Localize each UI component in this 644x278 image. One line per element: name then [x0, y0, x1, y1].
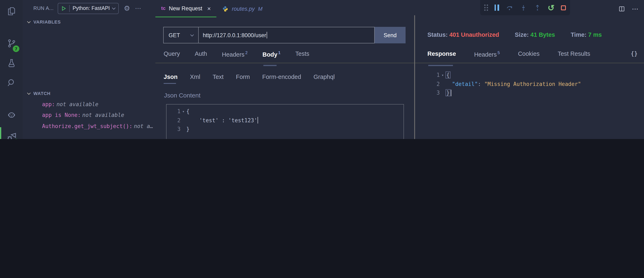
tab-response[interactable]: Response: [428, 50, 456, 61]
run-and-debug-title: RUN A...: [34, 5, 54, 11]
debug-toolbar-row: RUN A... Python: FastAPI ⚙ ⋯: [23, 0, 156, 17]
json-content-label: Json Content: [164, 92, 200, 99]
code-line: 2 "detail": "Missing Authorization Heade…: [426, 79, 581, 88]
size-value: 41 Bytes: [530, 31, 555, 38]
tab-cookies[interactable]: Cookies: [518, 50, 540, 61]
debug-sidebar: RUN A... Python: FastAPI ⚙ ⋯ VARIABLES W…: [23, 0, 156, 139]
python-file-icon: [222, 6, 228, 12]
raw-json-icon[interactable]: {}: [630, 50, 638, 57]
tab-auth[interactable]: Auth: [195, 50, 207, 61]
text-caret: [258, 117, 258, 124]
code-line: 2 'test' : 'test123': [166, 116, 404, 125]
request-tabs: Query Auth Headers2 Body1 Tests: [164, 50, 309, 61]
tab-new-request[interactable]: tc New Request ×: [156, 0, 216, 17]
code-line: 3}: [426, 88, 581, 97]
tab-test-results[interactable]: Test Results: [558, 50, 590, 61]
request-bar: GET http://127.0.0.1:8000/user Send: [163, 27, 406, 43]
method-select[interactable]: GET: [163, 27, 198, 43]
watch-expression[interactable]: app is None: not available: [42, 112, 124, 118]
debug-more-actions-icon[interactable]: ⋯: [135, 5, 142, 12]
search-icon[interactable]: [0, 73, 23, 92]
response-status-row: Status: 401 Unauthorized Size: 41 Bytes …: [428, 31, 602, 38]
tab-text[interactable]: Text: [213, 74, 224, 80]
debug-settings-gear-icon[interactable]: ⚙: [124, 5, 130, 12]
watch-expression[interactable]: app: not available: [42, 101, 98, 107]
source-control-icon[interactable]: 7: [0, 34, 23, 53]
json-body-editor[interactable]: 1▾{ 2 'test' : 'test123' 3}: [166, 104, 404, 139]
text-caret: [451, 90, 451, 96]
response-panel: Status: 401 Unauthorized Size: 41 Bytes …: [415, 0, 644, 139]
thunder-client-tab-icon: tc: [161, 5, 166, 11]
watch-section-header[interactable]: WATCH: [28, 91, 50, 96]
modified-indicator: M: [258, 6, 262, 12]
explorer-icon[interactable]: [0, 2, 23, 21]
editor-area: tc New Request × routes.py M: [156, 0, 644, 139]
run-and-debug-icon[interactable]: 1: [0, 127, 23, 139]
chevron-down-icon: [112, 6, 116, 10]
response-tabs: Response Headers5 Cookies Test Results {…: [428, 50, 638, 61]
response-body-viewer[interactable]: 1▾{ 2 "detail": "Missing Authorization H…: [426, 68, 581, 97]
fold-caret-icon[interactable]: ▾: [440, 73, 446, 77]
chevron-down-icon: [27, 91, 31, 95]
activity-bar: 7 1 1 ⚙: [0, 0, 23, 139]
tab-headers[interactable]: Headers2: [222, 50, 248, 61]
vscode-window: 7 1 1 ⚙ RUN A...: [0, 0, 644, 139]
code-line: 1▾{: [426, 71, 581, 79]
tab-response-headers[interactable]: Headers5: [474, 50, 500, 61]
code-line: 3}: [166, 125, 404, 134]
close-icon[interactable]: ×: [207, 5, 211, 12]
launch-config-dropdown[interactable]: Python: FastAPI: [58, 3, 119, 14]
start-debug-icon[interactable]: [61, 6, 66, 11]
tab-query[interactable]: Query: [164, 50, 180, 61]
copilot-chat-icon[interactable]: [0, 105, 23, 124]
tab-routes-py[interactable]: routes.py M: [216, 0, 268, 17]
chevron-down-icon: [190, 33, 194, 36]
url-input[interactable]: http://127.0.0.1:8000/user: [198, 27, 375, 43]
tab-body[interactable]: Body1: [262, 50, 280, 61]
body-type-tabs: Json Xml Text Form Form-encoded Graphql: [164, 74, 335, 80]
tab-json[interactable]: Json: [164, 74, 178, 80]
testing-icon[interactable]: [0, 54, 23, 73]
tab-form-encoded[interactable]: Form-encoded: [262, 74, 301, 80]
text-caret: [267, 32, 267, 38]
tab-form[interactable]: Form: [236, 74, 250, 80]
tab-xml[interactable]: Xml: [190, 74, 200, 80]
chevron-down-icon: [27, 20, 31, 23]
send-button[interactable]: Send: [375, 27, 406, 43]
time-value: 7 ms: [588, 31, 602, 38]
watch-expression[interactable]: Authorize.get_jwt_subject(): not a…: [42, 123, 153, 129]
tab-tests[interactable]: Tests: [295, 50, 309, 61]
tab-graphql[interactable]: Graphql: [314, 74, 335, 80]
scm-badge: 7: [13, 45, 19, 52]
fold-caret-icon[interactable]: ▾: [180, 109, 186, 114]
status-value: 401 Unauthorized: [449, 31, 499, 38]
launch-config-label: Python: FastAPI: [72, 5, 110, 11]
code-line: 1▾{: [166, 107, 404, 116]
variables-section-header[interactable]: VARIABLES: [28, 20, 61, 24]
